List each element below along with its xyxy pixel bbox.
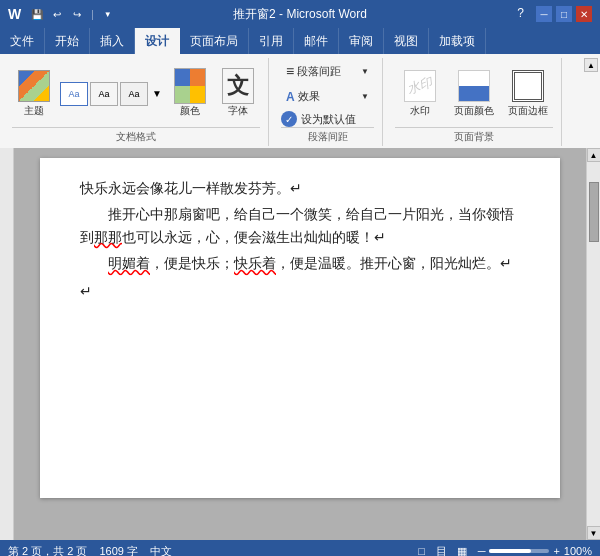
scroll-down-button[interactable]: ▼ <box>587 526 601 540</box>
set-default-label: 设为默认值 <box>301 112 356 127</box>
effects-arrow: ▼ <box>361 92 369 101</box>
para-spacing-arrow: ▼ <box>361 67 369 76</box>
view-print-icon[interactable]: □ <box>414 543 430 556</box>
paragraph-1: 快乐永远会像花儿一样散发芬芳。↵ <box>80 178 520 200</box>
page-color-button[interactable]: 页面颜色 <box>449 66 499 122</box>
zoom-level: 100% <box>564 545 592 556</box>
format-buttons: 主题 Aa Aa Aa ▼ <box>12 60 260 127</box>
scroll-up-button[interactable]: ▲ <box>587 148 601 162</box>
theme-icon <box>18 70 50 102</box>
redo-icon[interactable]: ↪ <box>69 6 85 22</box>
font-char-icon: 文 <box>222 68 254 104</box>
view-web-icon[interactable]: ▦ <box>454 543 470 556</box>
page-border-icon <box>512 70 544 102</box>
wavy-underline-text: 那那 <box>94 230 122 245</box>
undo-icon[interactable]: ↩ <box>49 6 65 22</box>
theme-label: 主题 <box>24 104 44 118</box>
set-default-button[interactable]: ✓ 设为默认值 <box>281 111 356 127</box>
tab-design[interactable]: 设计 <box>135 28 180 54</box>
scrollbar-vertical[interactable]: ▲ ▼ <box>586 148 600 540</box>
color-swatch <box>174 68 206 104</box>
document-page: 快乐永远会像花儿一样散发芬芳。↵ 推开心中那扇窗吧，给自己一个微笑，给自己一片阳… <box>40 158 560 498</box>
tab-file[interactable]: 文件 <box>0 28 45 54</box>
ruler-left <box>0 148 14 540</box>
save-icon[interactable]: 💾 <box>29 6 45 22</box>
style-normal[interactable]: Aa <box>60 82 88 106</box>
page-bg-content: 水印 水印 页面颜色 页面边框 <box>395 60 553 127</box>
title-bar: W 💾 ↩ ↪ | ▼ 推开窗2 - Microsoft Word ? ─ □ … <box>0 0 600 28</box>
view-read-icon[interactable]: 目 <box>434 543 450 556</box>
para-spacing-icon: ≡ <box>286 63 294 79</box>
color-icon <box>174 70 206 102</box>
paragraph-spacing-button[interactable]: ≡ 段落间距 ▼ <box>281 60 374 82</box>
style-scroll-down[interactable]: ▼ <box>150 82 164 106</box>
tab-page-layout[interactable]: 页面布局 <box>180 28 249 54</box>
effects-label: 效果 <box>298 89 320 104</box>
effects-button[interactable]: A 效果 ▼ <box>281 86 374 107</box>
status-bar: 第 2 页，共 2 页 1609 字 中文 □ 目 ▦ ─ + 100% <box>0 540 600 556</box>
paragraph-3: 明媚着，便是快乐；快乐着，便是温暖。推开心窗，阳光灿烂。↵ <box>80 253 520 275</box>
watermark-button[interactable]: 水印 水印 <box>395 66 445 122</box>
para-spacing-label: 段落间距 <box>297 64 341 79</box>
paragraph-4: ↵ <box>80 280 520 302</box>
paragraph-2: 推开心中那扇窗吧，给自己一个微笑，给自己一片阳光，当你领悟到那那也可以永远，心，… <box>80 204 520 249</box>
style-3[interactable]: Aa <box>120 82 148 106</box>
page-color-label: 页面颜色 <box>454 104 494 118</box>
document-format-group: 主题 Aa Aa Aa ▼ <box>4 58 269 146</box>
para-spacing-content: ≡ 段落间距 ▼ A 效果 ▼ ✓ 设为默认值 <box>281 60 374 127</box>
close-button[interactable]: ✕ <box>576 6 592 22</box>
zoom-out-icon[interactable]: ─ <box>478 545 486 556</box>
window-title: 推开窗2 - Microsoft Word <box>233 6 367 23</box>
page-bg-group-label: 页面背景 <box>395 127 553 144</box>
help-button[interactable]: ? <box>517 6 524 22</box>
ribbon-tabs: 文件 开始 插入 设计 页面布局 引用 邮件 审阅 视图 加载项 <box>0 28 600 54</box>
para-spacing-group-label: 段落间距 <box>281 127 374 144</box>
zoom-track[interactable] <box>489 549 549 553</box>
theme-button[interactable]: 主题 <box>12 66 56 122</box>
tab-mailings[interactable]: 邮件 <box>294 28 339 54</box>
ribbon-content: 主题 Aa Aa Aa ▼ <box>0 54 600 148</box>
tab-references[interactable]: 引用 <box>249 28 294 54</box>
highlight-mingmei: 明媚着 <box>108 256 150 271</box>
maximize-button[interactable]: □ <box>556 6 572 22</box>
tab-addins[interactable]: 加载项 <box>429 28 486 54</box>
language-indicator: 中文 <box>150 544 172 557</box>
word-icon: W <box>8 6 21 22</box>
effects-icon: A <box>286 90 295 104</box>
font-button[interactable]: 文 字体 <box>216 66 260 122</box>
minimize-button[interactable]: ─ <box>536 6 552 22</box>
page-color-icon <box>458 70 490 102</box>
view-icons: □ 目 ▦ <box>414 543 470 556</box>
scrollbar-thumb[interactable] <box>589 182 599 242</box>
word-count: 1609 字 <box>99 544 138 557</box>
window-controls: ? ─ □ ✕ <box>517 6 592 22</box>
page-info: 第 2 页，共 2 页 <box>8 544 87 557</box>
page-border-label: 页面边框 <box>508 104 548 118</box>
highlight-kuaile: 快乐着 <box>234 256 276 271</box>
font-icon: 文 <box>222 70 254 102</box>
style-2[interactable]: Aa <box>90 82 118 106</box>
zoom-control: ─ + 100% <box>478 545 592 556</box>
watermark-label: 水印 <box>410 104 430 118</box>
paragraph-spacing-group: ≡ 段落间距 ▼ A 效果 ▼ ✓ 设为默认值 段落间距 <box>273 58 383 146</box>
ribbon-collapse-button[interactable]: ▲ <box>584 58 598 72</box>
tab-home[interactable]: 开始 <box>45 28 90 54</box>
customize-qa-icon[interactable]: ▼ <box>100 6 116 22</box>
tab-insert[interactable]: 插入 <box>90 28 135 54</box>
title-bar-left: W 💾 ↩ ↪ | ▼ <box>8 6 116 22</box>
check-circle-icon: ✓ <box>281 111 297 127</box>
document-format-label: 文档格式 <box>12 127 260 144</box>
tab-review[interactable]: 审阅 <box>339 28 384 54</box>
tab-view[interactable]: 视图 <box>384 28 429 54</box>
page-border-button[interactable]: 页面边框 <box>503 66 553 122</box>
document-scrollable: 快乐永远会像花儿一样散发芬芳。↵ 推开心中那扇窗吧，给自己一个微笑，给自己一片阳… <box>14 148 586 540</box>
page-background-group: 水印 水印 页面颜色 页面边框 页面背景 <box>387 58 562 146</box>
zoom-fill <box>489 549 531 553</box>
color-button[interactable]: 颜色 <box>168 66 212 122</box>
zoom-in-icon[interactable]: + <box>553 545 559 556</box>
color-label: 颜色 <box>180 104 200 118</box>
status-right: □ 目 ▦ ─ + 100% <box>414 543 592 556</box>
document-area: 快乐永远会像花儿一样散发芬芳。↵ 推开心中那扇窗吧，给自己一个微笑，给自己一片阳… <box>0 148 600 540</box>
watermark-icon: 水印 <box>404 70 436 102</box>
font-label: 字体 <box>228 104 248 118</box>
